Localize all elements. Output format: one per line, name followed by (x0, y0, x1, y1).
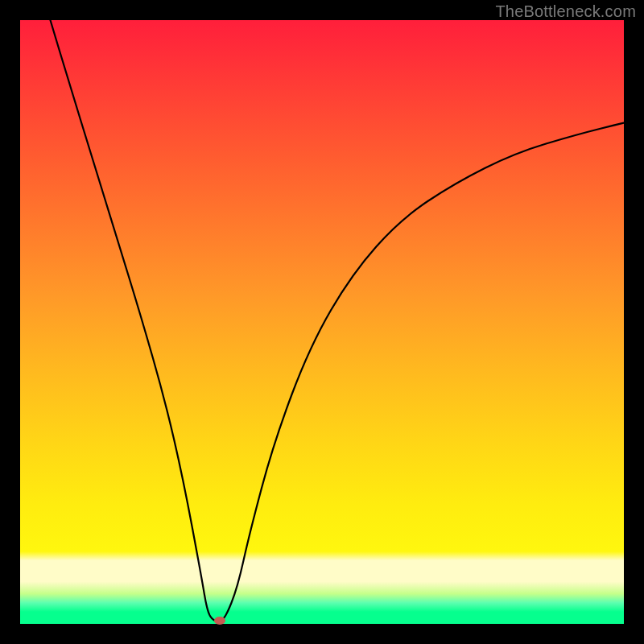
plot-area (20, 20, 624, 624)
watermark-text: TheBottleneck.com (495, 2, 636, 21)
bottleneck-curve (20, 20, 624, 624)
chart-frame: TheBottleneck.com (0, 0, 644, 644)
optimum-marker (214, 617, 225, 625)
